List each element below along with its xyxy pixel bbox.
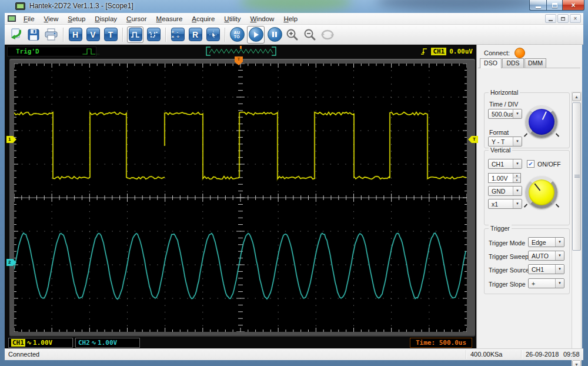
coupling-select[interactable]: GND ▼ — [488, 186, 522, 196]
time-div-select[interactable]: 500.0us ▼ — [488, 109, 522, 119]
channel-onoff-checkbox[interactable]: ✔ — [527, 160, 534, 168]
menu-setup[interactable]: Setup — [63, 14, 90, 24]
mdi-minimize-button[interactable] — [545, 14, 556, 23]
pause-button[interactable] — [267, 26, 282, 43]
scroll-down-icon[interactable]: ▼ — [572, 360, 581, 366]
ch2-coupling-icon: ∿ — [91, 339, 96, 347]
maximize-button[interactable] — [546, 0, 562, 11]
horizontal-group-title: Horizontal — [489, 89, 520, 96]
trigger-level-readout: CH1 0.00uV — [420, 46, 473, 56]
vertical-panel-button[interactable]: V — [85, 26, 101, 43]
open-button[interactable] — [8, 26, 24, 43]
knob-min-tick — [524, 133, 527, 137]
trigger-panel-button[interactable]: T — [103, 26, 118, 43]
run-button[interactable] — [248, 27, 263, 42]
scrollbar-thumb[interactable] — [572, 102, 581, 251]
vertical-position-knob[interactable] — [526, 177, 557, 208]
app-window: Hantek-2D72 Ver1.1.3 - [Scope1] × File V… — [0, 0, 588, 366]
graticule-frame: 1 2 T T — [9, 59, 475, 337]
mdi-restore-icon — [561, 17, 565, 21]
toolbar-separator — [63, 28, 64, 42]
volts-div-spinner[interactable]: 1.00V ▲▼ — [488, 173, 521, 183]
chevron-down-icon: ▼ — [555, 279, 564, 288]
toolbar-separator — [225, 28, 225, 42]
ch1-scale-value: 1.00V — [33, 339, 52, 347]
menu-cursor[interactable]: Cursor — [122, 14, 152, 24]
play-icon — [249, 27, 263, 42]
horizontal-icon: H — [69, 28, 82, 41]
connection-status: Connected — [8, 351, 39, 358]
zoom-in-icon — [286, 28, 299, 41]
zoom-in-button[interactable] — [285, 26, 300, 43]
connect-led-indicator — [514, 48, 525, 58]
scrollbar-grip — [574, 175, 580, 178]
waveform-plot — [14, 64, 467, 332]
trigger-source-badge: CH1 — [431, 48, 446, 55]
connect-status-row: Connect: — [484, 47, 525, 59]
connect-label: Connect: — [484, 49, 510, 56]
cursor-measure-button[interactable] — [205, 26, 220, 43]
scope-document-icon[interactable] — [8, 15, 16, 22]
format-select[interactable]: Y - T ▼ — [488, 137, 522, 147]
menu-window[interactable]: Window — [245, 14, 279, 24]
trigger-sweep-select[interactable]: AUTO ▼ — [528, 251, 564, 261]
vertical-group-title: Vertical — [489, 147, 512, 154]
toolbar-separator — [165, 28, 166, 42]
minimize-button[interactable] — [529, 0, 546, 11]
mdi-close-icon: × — [574, 15, 577, 22]
scroll-up-icon[interactable]: ▲ — [572, 92, 581, 101]
trigger-source-select[interactable]: CH1 ▼ — [528, 264, 564, 274]
pause-icon — [268, 27, 282, 42]
menu-view[interactable]: View — [39, 14, 64, 24]
trigger-mode-label: Trigger Mode — [489, 239, 525, 247]
mdi-restore-button[interactable] — [557, 14, 569, 23]
chevron-down-icon: ▼ — [513, 137, 522, 146]
zoom-out-button[interactable] — [302, 26, 318, 43]
pulse-normal-button[interactable] — [128, 28, 142, 42]
mdi-minimize-icon — [549, 20, 553, 21]
trigger-level-marker[interactable]: T — [468, 136, 478, 143]
menu-acquire[interactable]: Acquire — [187, 14, 219, 24]
reference-button[interactable]: R — [188, 26, 203, 43]
trigger-group-title: Trigger — [489, 225, 512, 232]
horizontal-position-knob[interactable] — [526, 106, 557, 138]
horizontal-panel-button[interactable]: H — [68, 26, 83, 43]
menu-utility[interactable]: Utility — [219, 14, 245, 24]
minimize-icon — [536, 6, 541, 8]
channel-select[interactable]: CH1 ▼ — [488, 159, 522, 169]
pulse-indicator-icon — [82, 47, 100, 58]
menu-display[interactable]: Display — [90, 14, 122, 24]
probe-select[interactable]: x1 ▼ — [488, 199, 522, 209]
zoom-out-icon — [303, 28, 316, 41]
refresh-button[interactable] — [320, 26, 335, 43]
close-button[interactable]: × — [562, 0, 584, 11]
menu-file[interactable]: File — [19, 14, 39, 24]
autoset-icon: AUTO — [230, 27, 245, 42]
pulse-alt-button[interactable] — [146, 26, 161, 43]
print-button[interactable] — [44, 26, 59, 43]
pulse-wave-alt-icon — [147, 28, 161, 41]
tab-dmm[interactable]: DMM — [524, 58, 546, 68]
autoset-button[interactable]: AUTO — [229, 26, 245, 43]
chevron-down-icon: ▼ — [555, 251, 564, 260]
menu-measure[interactable]: Measure — [152, 14, 188, 24]
panel-scrollbar[interactable]: ▲ ▼ — [572, 92, 582, 366]
spinner-arrows[interactable]: ▲▼ — [513, 174, 520, 182]
toolbar-separator — [122, 28, 123, 42]
ch1-coupling-icon: ∿ — [26, 339, 32, 347]
menu-help[interactable]: Help — [279, 14, 302, 24]
tab-dso[interactable]: DSO — [480, 58, 502, 68]
refresh-icon — [320, 29, 335, 41]
mdi-close-button[interactable]: × — [570, 14, 581, 23]
chevron-down-icon: ▼ — [513, 199, 522, 208]
save-button[interactable] — [26, 26, 41, 43]
format-label: Format — [489, 129, 509, 136]
panel-tabs: DSO DDS DMM — [480, 58, 547, 68]
math-button[interactable]: + - × ÷ — [170, 26, 185, 43]
pulse-wave-icon — [129, 28, 142, 41]
trigger-mode-select[interactable]: Edge ▼ — [528, 237, 564, 247]
trigger-slope-select[interactable]: + ▼ — [528, 278, 564, 288]
onoff-label: ON/OFF — [537, 161, 561, 168]
status-date: 26-09-2018 — [526, 351, 559, 358]
tab-dds[interactable]: DDS — [502, 58, 524, 68]
